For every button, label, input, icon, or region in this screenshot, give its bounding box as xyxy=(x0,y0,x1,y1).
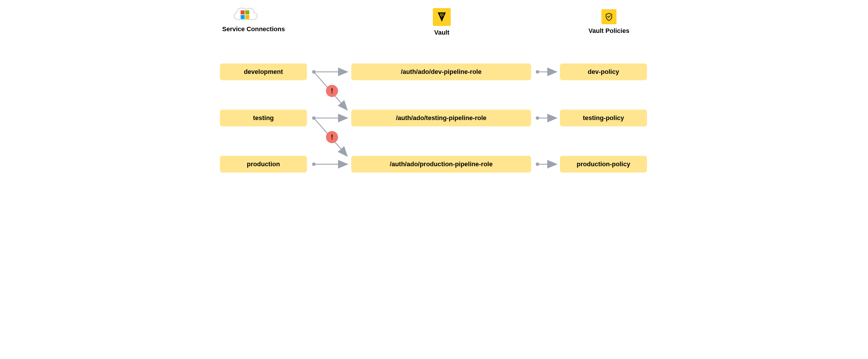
connectors xyxy=(217,0,651,180)
diagram-canvas: Service Connections Vault xyxy=(217,0,651,180)
alert-icon: ! xyxy=(326,85,338,97)
alert-icon: ! xyxy=(326,131,338,143)
